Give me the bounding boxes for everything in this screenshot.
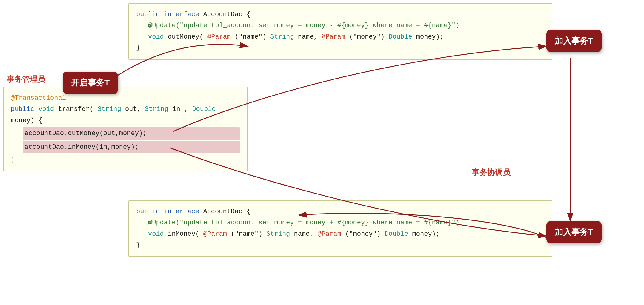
bottom-line4: } <box>136 240 545 251</box>
top-code-box: public interface AccountDao { @Update("u… <box>128 3 552 60</box>
top-line4: } <box>136 42 545 53</box>
left-line5: } <box>11 154 240 165</box>
bubble-join-top: 加入事务T <box>546 30 602 52</box>
bottom-line1: public interface AccountDao { <box>136 206 545 217</box>
bottom-line3: void inMoney( @Param ("name") String nam… <box>148 229 545 240</box>
label-transaction-coordinator: 事务协调员 <box>472 167 511 178</box>
left-code-box: @Transactional public void transfer( Str… <box>3 87 248 171</box>
left-line3: accountDao.outMoney(out,money); <box>23 127 240 140</box>
top-line2: @Update("update tbl_account set money = … <box>148 20 545 31</box>
bubble-start-transaction: 开启事务T <box>63 72 118 94</box>
bottom-line2: @Update("update tbl_account set money = … <box>148 217 545 228</box>
bubble-join-bottom: 加入事务T <box>546 221 602 243</box>
left-line1: @Transactional <box>11 93 240 104</box>
left-line2: public void transfer( String out, String… <box>11 104 240 126</box>
top-line3: void outMoney( @Param ("name") String na… <box>148 31 545 42</box>
top-line1: public interface AccountDao { <box>136 9 545 20</box>
left-line4: accountDao.inMoney(in,money); <box>23 141 240 153</box>
label-transaction-manager: 事务管理员 <box>7 74 45 85</box>
bottom-code-box: public interface AccountDao { @Update("u… <box>128 200 552 257</box>
